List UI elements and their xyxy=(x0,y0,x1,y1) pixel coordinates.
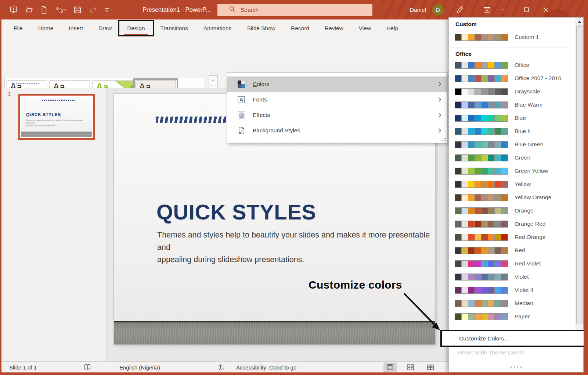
tab-record[interactable]: Record xyxy=(283,21,317,35)
color-theme-violet[interactable]: Violet xyxy=(449,270,575,283)
swatch xyxy=(494,287,501,294)
accessibility-icon[interactable] xyxy=(217,362,226,373)
swatch xyxy=(475,62,481,69)
slide-title-text[interactable]: QUICK STYLES xyxy=(156,200,316,224)
swatch xyxy=(488,88,495,95)
customize-qat-icon[interactable] xyxy=(104,8,109,12)
color-theme-custom-1[interactable]: Custom 1 xyxy=(449,30,575,44)
swatch xyxy=(488,62,495,69)
menu-item-colors[interactable]: Colors xyxy=(227,76,447,92)
color-theme-red-orange[interactable]: Red Orange xyxy=(449,231,575,244)
scrollbar-thumb[interactable] xyxy=(576,26,582,324)
search-input[interactable]: Search xyxy=(217,4,372,16)
swatch xyxy=(455,287,462,294)
color-theme-median[interactable]: Median xyxy=(449,297,575,310)
scroll-up-icon[interactable] xyxy=(576,18,583,26)
menu-item-background-styles[interactable]: Background Styles xyxy=(227,123,447,138)
account-name[interactable]: Daniel xyxy=(410,0,426,19)
color-theme-blue-warm[interactable]: Blue Warm xyxy=(449,98,575,111)
tab-help[interactable]: Help xyxy=(379,21,406,35)
swatch xyxy=(475,115,481,122)
swatch xyxy=(475,154,481,161)
swatch xyxy=(488,101,495,108)
slide-sorter-view-button[interactable] xyxy=(404,362,417,372)
color-theme-red-violet[interactable]: Red Violet xyxy=(449,257,575,270)
avatar[interactable]: D xyxy=(432,4,444,15)
tab-file[interactable]: File xyxy=(6,21,30,35)
color-theme-orange-red[interactable]: Orange Red xyxy=(449,217,575,231)
open-file-icon[interactable] xyxy=(25,6,33,14)
color-theme-office[interactable]: Office xyxy=(449,58,575,72)
menu-item-fonts[interactable]: AFonts xyxy=(227,92,447,107)
swatch xyxy=(468,221,475,228)
ribbon-display-options-icon[interactable] xyxy=(480,0,494,19)
new-file-icon[interactable] xyxy=(40,6,48,14)
feedback-icon[interactable] xyxy=(452,0,467,19)
save-icon[interactable] xyxy=(73,6,82,14)
menu-item-icon-wrap xyxy=(237,126,245,135)
menu-item-icon-wrap: A xyxy=(237,96,245,104)
gallery-scroll-up-button[interactable] xyxy=(209,75,218,85)
color-theme-red[interactable]: Red xyxy=(449,244,575,257)
tab-review[interactable]: Review xyxy=(317,21,351,35)
color-theme-name: Blue II xyxy=(515,128,531,135)
tab-animations[interactable]: Animations xyxy=(196,21,239,35)
swatch xyxy=(494,247,501,254)
color-theme-violet-ii[interactable]: Violet II xyxy=(449,283,575,297)
tab-home[interactable]: Home xyxy=(30,21,61,35)
maximize-button[interactable] xyxy=(519,0,534,19)
redo-icon[interactable] xyxy=(89,6,97,14)
language-status[interactable]: English (Nigeria) xyxy=(119,362,160,373)
color-palette xyxy=(455,260,508,267)
color-theme-green[interactable]: Green xyxy=(449,151,575,164)
color-theme-blue[interactable]: Blue xyxy=(449,111,575,125)
slide-counter[interactable]: Slide 1 of 1 xyxy=(9,362,37,373)
tab-insert[interactable]: Insert xyxy=(61,21,91,35)
normal-view-button[interactable] xyxy=(383,362,397,372)
swatch xyxy=(501,274,508,281)
tab-design[interactable]: Design xyxy=(119,21,152,35)
start-slideshow-icon[interactable] xyxy=(10,6,18,14)
tab-draw[interactable]: Draw xyxy=(91,21,119,35)
swatch xyxy=(501,88,508,95)
tab-transitions[interactable]: Transitions xyxy=(153,21,196,35)
color-theme-name: Green xyxy=(515,154,530,161)
flyout-scrollbar[interactable] xyxy=(576,18,583,335)
swatch xyxy=(481,62,488,69)
color-palette xyxy=(455,154,508,161)
swatch xyxy=(475,101,481,108)
undo-button[interactable] xyxy=(55,6,66,14)
minimize-button[interactable] xyxy=(496,0,511,19)
color-theme-green-yellow[interactable]: Green Yellow xyxy=(449,164,575,178)
menu-item-icon-wrap xyxy=(237,111,245,119)
color-theme-grayscale[interactable]: Grayscale xyxy=(449,85,575,98)
tab-slide-show[interactable]: Slide Show xyxy=(239,21,283,35)
customize-colors-menu-item[interactable]: Customize Colors... xyxy=(440,330,585,347)
close-button[interactable] xyxy=(538,0,553,19)
color-theme-blue-green[interactable]: Blue Green xyxy=(449,138,575,151)
spellcheck-icon[interactable] xyxy=(84,362,92,373)
slide-thumbnail[interactable]: QUICK STYLES Themes and styles help to b… xyxy=(18,94,95,140)
color-theme-paper[interactable]: Paper xyxy=(449,310,575,323)
menu-resize-grip[interactable] xyxy=(441,137,445,141)
color-theme-orange[interactable]: Orange xyxy=(449,204,575,217)
swatch xyxy=(488,287,495,294)
color-theme-yellow-orange[interactable]: Yellow Orange xyxy=(449,191,575,204)
slide-body-text[interactable]: Themes and styles help to beautify your … xyxy=(157,229,435,266)
reading-view-button[interactable] xyxy=(424,362,437,372)
swatch xyxy=(461,181,468,188)
accessibility-status[interactable]: Accessibility: Good to go xyxy=(236,362,296,373)
menu-item-effects[interactable]: Effects xyxy=(227,107,447,123)
swatch xyxy=(468,154,475,161)
color-theme-office-2007-2010[interactable]: Office 2007 - 2010 xyxy=(449,72,575,85)
tab-view[interactable]: View xyxy=(351,21,379,35)
swatch xyxy=(468,313,475,320)
swatch xyxy=(461,300,468,307)
color-theme-yellow[interactable]: Yellow xyxy=(449,178,575,191)
color-theme-name: Yellow xyxy=(515,181,531,188)
thumbnail-dash-decor xyxy=(42,100,75,101)
swatch xyxy=(481,141,488,148)
color-palette xyxy=(455,88,508,95)
color-theme-blue-ii[interactable]: Blue II xyxy=(449,125,575,138)
flyout-resize-grip[interactable] xyxy=(449,367,583,368)
